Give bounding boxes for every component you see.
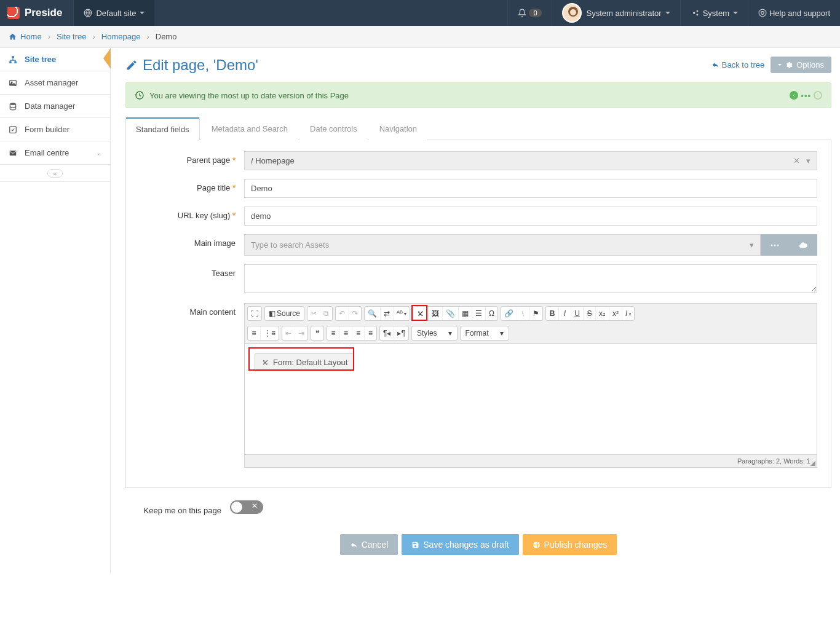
removeformat-button[interactable]: Ix <box>622 307 634 320</box>
svg-rect-8 <box>14 61 17 63</box>
svg-point-11 <box>10 103 15 105</box>
source-button[interactable]: ◧ Source <box>265 307 304 320</box>
brand[interactable]: Preside <box>0 0 73 26</box>
footer-buttons: Cancel Save changes as draft Publish cha… <box>125 534 831 555</box>
bold-button[interactable]: B <box>546 307 558 320</box>
clear-icon[interactable]: ✕ <box>793 156 800 165</box>
sidebar-item-label: Site tree <box>25 55 56 64</box>
undo-button[interactable]: ↶ <box>336 307 348 320</box>
replace-button[interactable]: ⇄ <box>380 307 393 320</box>
bulletlist-button[interactable]: ⋮≡ <box>260 326 279 340</box>
tab-date-controls[interactable]: Date controls <box>299 117 368 140</box>
version-next-icon[interactable]: › <box>814 91 822 100</box>
strike-button[interactable]: S <box>583 307 595 320</box>
align-left-button[interactable]: ≡ <box>327 326 339 340</box>
editor-content[interactable]: Form: Default Layout <box>245 344 817 454</box>
editor-toolbar: ⛶ ◧ Source ✂ ⧉ ↶ ↷ 🔍 <box>245 304 817 344</box>
help-menu[interactable]: Help and support <box>748 0 840 26</box>
subscript-button[interactable]: x₂ <box>595 307 609 320</box>
svg-rect-12 <box>10 126 17 133</box>
align-center-button[interactable]: ≡ <box>339 326 352 340</box>
options-button[interactable]: Options <box>771 57 831 73</box>
breadcrumb-link[interactable]: Home <box>20 32 42 41</box>
styles-select[interactable]: Styles▾ <box>411 326 458 341</box>
sidebar-collapse[interactable]: « <box>0 165 110 182</box>
cut-button[interactable]: ✂ <box>307 307 320 320</box>
sidebar-item-form-builder[interactable]: Form builder <box>0 118 110 141</box>
system-menu[interactable]: System <box>680 0 748 26</box>
link-button[interactable]: 🔗 <box>501 307 517 320</box>
sidebar-item-label: Asset manager <box>25 78 78 87</box>
keep-me-toggle[interactable] <box>230 500 263 514</box>
ellipsis-icon <box>770 243 780 247</box>
field-main-image: Main image Type to search Assets ▾ <box>140 234 817 256</box>
underline-button[interactable]: U <box>571 307 583 320</box>
asset-upload-button[interactable] <box>789 234 817 256</box>
notifications[interactable]: 0 <box>507 0 551 26</box>
table-button[interactable]: ▦ <box>458 307 472 320</box>
version-text: You are viewing the most up to date vers… <box>149 91 349 100</box>
form-widget[interactable]: Form: Default Layout <box>255 353 354 371</box>
sidebar-item-data-manager[interactable]: Data manager <box>0 95 110 118</box>
specialchar-button[interactable]: Ω <box>485 307 497 320</box>
widget-button[interactable] <box>413 307 428 320</box>
unlink-button[interactable]: ⧷ <box>517 307 529 320</box>
superscript-button[interactable]: x² <box>609 307 622 320</box>
pencil-icon <box>125 59 138 71</box>
caret-down-icon: ▾ <box>806 156 810 165</box>
user-menu[interactable]: System administrator <box>552 0 680 26</box>
chevron-right-icon: › <box>90 32 97 41</box>
indent-button[interactable]: ⇥ <box>295 326 307 340</box>
sidebar-item-email-centre[interactable]: Email centre ⌄ <box>0 141 110 165</box>
italic-button[interactable]: I <box>558 307 571 320</box>
cogs-icon <box>691 9 700 17</box>
align-justify-button[interactable]: ≡ <box>364 326 376 340</box>
sidebar-item-asset-manager[interactable]: Asset manager <box>0 71 110 95</box>
chevron-right-icon: › <box>144 32 151 41</box>
tab-standard-fields[interactable]: Standard fields <box>125 117 200 140</box>
site-switcher[interactable]: Default site <box>73 0 154 26</box>
main-content: Edit page, 'Demo' Back to tree Options Y… <box>111 48 840 574</box>
align-right-button[interactable]: ≡ <box>352 326 364 340</box>
caret-down-icon: ▾ <box>750 240 754 250</box>
outdent-button[interactable]: ⇤ <box>282 326 295 340</box>
rtl-button[interactable]: ▸¶ <box>394 326 408 340</box>
breadcrumb-link[interactable]: Site tree <box>57 32 86 41</box>
cancel-button[interactable]: Cancel <box>340 534 398 555</box>
url-key-input[interactable] <box>244 207 817 226</box>
save-draft-button[interactable]: Save changes as draft <box>402 534 518 555</box>
main-image-input[interactable]: Type to search Assets ▾ <box>244 234 761 256</box>
collapse-icon: « <box>47 169 62 178</box>
anchor-button[interactable]: ⚑ <box>529 307 542 320</box>
tab-metadata-search[interactable]: Metadata and Search <box>201 117 298 140</box>
back-to-tree-link[interactable]: Back to tree <box>711 60 764 69</box>
sidebar-item-site-tree[interactable]: Site tree <box>0 48 110 71</box>
asset-browse-button[interactable] <box>761 234 789 256</box>
teaser-input[interactable] <box>244 264 817 293</box>
page-title-input[interactable] <box>244 179 817 198</box>
redo-button[interactable]: ↷ <box>348 307 361 320</box>
maximize-button[interactable]: ⛶ <box>248 307 261 320</box>
copy-button[interactable]: ⧉ <box>320 307 332 320</box>
iframe-button[interactable]: ☰ <box>472 307 485 320</box>
resize-handle[interactable] <box>810 461 815 466</box>
format-select[interactable]: Format▾ <box>460 326 509 341</box>
home-icon <box>9 33 17 41</box>
svg-point-1 <box>693 12 695 14</box>
parent-page-select[interactable]: / Homepage ✕▾ <box>244 151 817 170</box>
attachment-button[interactable]: 📎 <box>442 307 458 320</box>
spellcheck-button[interactable]: ᴬᴮ▾ <box>393 307 410 320</box>
publish-button[interactable]: Publish changes <box>523 534 617 555</box>
numberlist-button[interactable]: ≡ <box>248 326 260 340</box>
avatar <box>562 3 582 23</box>
image-button[interactable]: 🖼 <box>428 307 442 320</box>
version-nav[interactable]: ‹ ••• › <box>790 91 822 100</box>
version-prev-icon[interactable]: ‹ <box>790 91 798 100</box>
ltr-button[interactable]: ¶◂ <box>380 326 394 340</box>
blockquote-button[interactable]: ❝ <box>311 326 323 340</box>
svg-point-3 <box>696 14 698 15</box>
find-button[interactable]: 🔍 <box>365 307 380 320</box>
tab-navigation[interactable]: Navigation <box>369 117 427 140</box>
breadcrumb-link[interactable]: Homepage <box>101 32 141 41</box>
reply-icon <box>711 61 719 69</box>
